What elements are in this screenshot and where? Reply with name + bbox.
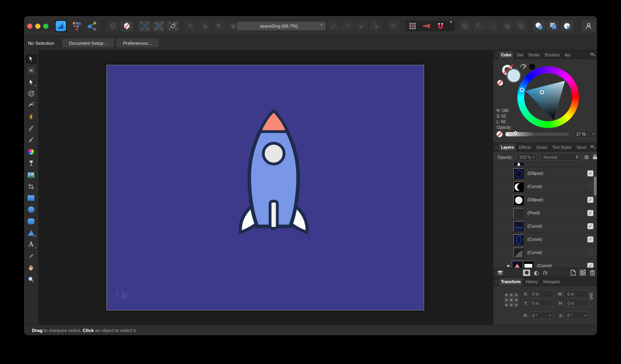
anchor-point-selector[interactable] [502, 291, 521, 311]
layer-visibility-checkbox[interactable]: ✓ [587, 263, 593, 268]
layer-row[interactable]: (Curve)✓ [493, 220, 597, 233]
tool-node[interactable] [26, 77, 37, 87]
tool-crop[interactable] [26, 182, 37, 191]
zoom-window-button[interactable] [43, 24, 48, 29]
tool-fill[interactable] [26, 147, 37, 156]
add-layer-icon[interactable] [571, 270, 576, 276]
tool-text[interactable]: A [26, 240, 37, 249]
blend-mode-select[interactable]: Normal [540, 153, 580, 161]
tab-apr[interactable]: Apr [563, 51, 573, 59]
shear-input[interactable]: 0 ° [565, 312, 589, 319]
layer-thumbnail-partial[interactable] [513, 163, 523, 165]
document-setup-button[interactable]: Document Setup… [62, 39, 114, 47]
expand-layer-icon[interactable]: ▶ [507, 264, 510, 268]
layers-opacity-select[interactable]: 100 %▾ [516, 153, 537, 161]
tool-move[interactable] [26, 54, 37, 64]
tool-artboard[interactable] [26, 66, 37, 75]
layer-row[interactable]: (Ellipse)✓ [493, 193, 597, 206]
tool-zoom[interactable] [26, 274, 37, 284]
layer-thumbnail-blue-line[interactable] [513, 221, 523, 231]
mask-layer-icon[interactable] [523, 270, 530, 276]
adjustments-icon[interactable]: ◐ [534, 269, 539, 276]
grid-toggle-button[interactable] [406, 20, 419, 31]
boolean-subtract-button[interactable]: − [473, 20, 485, 31]
tab-text-styles[interactable]: Text Styles [550, 144, 573, 151]
layer-visibility-checkbox[interactable]: ✓ [587, 170, 593, 176]
edit-all-layers-icon[interactable] [497, 270, 504, 276]
tab-styles[interactable]: Styles [534, 144, 549, 151]
opacity-slider-knob[interactable] [514, 131, 517, 135]
delete-layer-icon[interactable] [590, 270, 595, 276]
add-pixel-layer-icon[interactable] [580, 270, 586, 276]
layer-thumbnail-white-circle[interactable] [513, 195, 523, 205]
tool-view[interactable] [26, 263, 37, 272]
designer-persona-button[interactable] [54, 19, 68, 33]
layer-thumbnail-nose-group[interactable] [523, 261, 533, 268]
layer-row[interactable]: (Pixel)✓ [493, 206, 597, 220]
close-window-button[interactable] [27, 24, 32, 29]
boolean-add-button[interactable]: + [459, 20, 471, 31]
color-wheel[interactable] [517, 66, 579, 128]
layer-thumbnail-crescent[interactable] [513, 182, 523, 192]
replace-selection-button[interactable] [120, 21, 133, 32]
blend-options-gear-icon[interactable]: ⚙ [584, 154, 589, 160]
layer-visibility-checkbox[interactable]: ✓ [587, 197, 593, 203]
sat-lum-marker[interactable] [540, 90, 544, 94]
link-dimensions-icon[interactable] [589, 292, 593, 303]
layer-row[interactable]: (Curve)✓ [493, 233, 597, 246]
tool-ellipse[interactable] [26, 205, 37, 214]
insert-on-top-button[interactable] [547, 20, 559, 31]
color-panel-menu-icon[interactable]: ≡▾ [590, 52, 595, 58]
account-button[interactable] [582, 20, 595, 31]
rotate-cw-button[interactable] [369, 20, 382, 31]
insert-behind-button[interactable] [533, 20, 545, 31]
tool-transparency[interactable] [26, 158, 37, 168]
tab-history[interactable]: History [524, 278, 540, 286]
y-input[interactable]: 0 in [529, 299, 553, 307]
tool-triangle[interactable] [26, 228, 37, 238]
x-input[interactable]: 0 in [529, 290, 553, 298]
flip-vertical-button[interactable] [341, 20, 354, 31]
layer-visibility-checkbox[interactable]: ✓ [587, 210, 593, 216]
rotation-input[interactable]: 0 ° [529, 312, 553, 319]
w-input[interactable]: 0 in [565, 290, 589, 298]
hue-marker[interactable] [520, 88, 524, 92]
tool-rounded-rectangle[interactable] [26, 216, 37, 226]
layers-panel-menu-icon[interactable]: ≡▾ [590, 144, 595, 150]
layer-thumbnail-gray-curve[interactable] [513, 248, 523, 258]
tab-stroke[interactable]: Stroke [526, 51, 542, 59]
opacity-value-field[interactable]: 17 % ▾ [573, 130, 595, 138]
forward-one-button[interactable] [212, 21, 225, 32]
tab-transform[interactable]: Transform [499, 278, 523, 286]
tool-colour-picker[interactable] [26, 251, 37, 261]
opacity-slider[interactable] [505, 132, 569, 136]
tool-rectangle[interactable] [26, 193, 37, 203]
layer-visibility-checkbox[interactable]: ✓ [587, 236, 593, 242]
lock-layer-icon[interactable] [593, 154, 597, 160]
tab-swt[interactable]: Swt [515, 51, 525, 59]
layer-visibility-checkbox[interactable]: ✓ [587, 223, 593, 229]
rotate-ccw-button[interactable] [355, 20, 368, 31]
preferences-button[interactable]: Preferences… [116, 39, 159, 47]
h-input[interactable]: 0 in [565, 299, 589, 307]
flip-horizontal-button[interactable] [327, 20, 340, 31]
no-opacity-icon[interactable] [497, 131, 503, 137]
panel-grip[interactable]: || [495, 53, 498, 57]
alignment-button[interactable] [387, 20, 400, 31]
snap-grid-button[interactable] [138, 21, 151, 32]
boolean-intersect-button[interactable] [487, 20, 499, 31]
fx-icon[interactable]: fx [543, 270, 547, 276]
layers-scrollbar[interactable] [594, 176, 597, 196]
panel-grip[interactable]: || [495, 280, 498, 284]
tab-brushes[interactable]: Brushes [543, 51, 562, 59]
tool-place-image[interactable] [26, 170, 37, 180]
saturation-triangle[interactable] [517, 66, 579, 128]
pixel-persona-button[interactable] [71, 21, 83, 31]
layer-row[interactable]: (Curve) [493, 246, 597, 259]
layer-row[interactable]: ▶(Curve)✓ [493, 259, 597, 268]
minimize-window-button[interactable] [35, 24, 40, 29]
layer-thumbnail-blue-ellipse[interactable] [513, 234, 523, 244]
boolean-combine-button[interactable] [515, 20, 527, 31]
snapping-dropdown-arrow[interactable]: ▼ [448, 20, 454, 31]
layer-thumbnail-pixel[interactable] [513, 208, 523, 218]
